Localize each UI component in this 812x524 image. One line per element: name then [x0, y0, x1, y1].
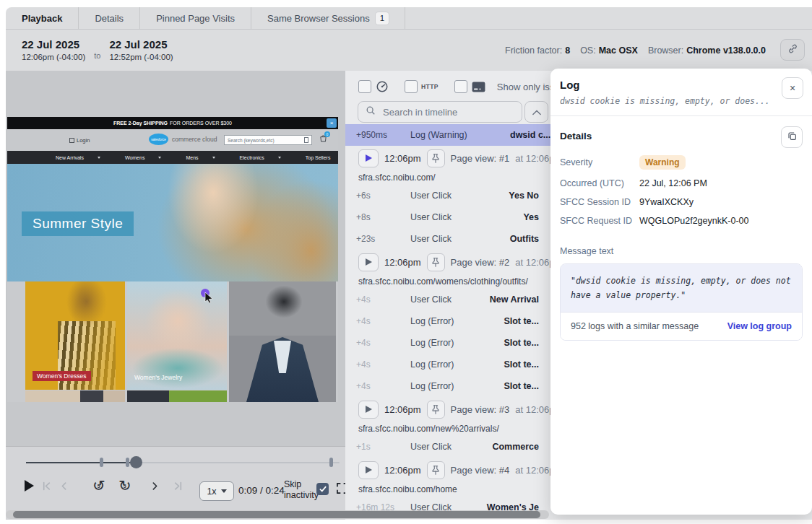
event-detail: Commerce [492, 442, 539, 452]
pageview-label: Page view: #1 [451, 153, 510, 164]
session-meta: Friction factor:8 OS:Mac OSX Browser:Chr… [505, 39, 805, 61]
play-from-here-button[interactable] [358, 253, 379, 271]
banner-close-icon: × [327, 118, 337, 128]
site-nav-top-sellers: Top Sellers [306, 155, 338, 160]
horizontal-scrollbar[interactable] [6, 510, 549, 519]
login-icon [69, 138, 74, 143]
event-marker[interactable] [329, 458, 333, 467]
site-promo-banner: FREE 2-Day SHIPPINGFOR ORDERS OVER $300 … [7, 117, 338, 129]
progress-bar[interactable] [26, 462, 340, 463]
play-from-here-button[interactable] [358, 149, 379, 167]
site-nav-new-arrivals: New Arrivals [56, 155, 113, 160]
rewind-5s-button[interactable]: ↺5 [92, 479, 105, 493]
view-log-group-link[interactable]: View log group [727, 321, 792, 331]
pin-page-button[interactable] [427, 461, 445, 479]
pageview-time: 12:06pm [384, 257, 421, 268]
close-panel-button[interactable]: × [782, 77, 803, 99]
timeline-event-row[interactable]: +4s Log (Error) Slot te... [345, 354, 550, 375]
tab-details[interactable]: Details [79, 7, 140, 29]
event-marker[interactable] [100, 458, 103, 467]
play-icon [25, 480, 34, 492]
timeline-event-row[interactable]: +4s Log (Error) Slot te... [345, 310, 550, 332]
playback-speed-select[interactable]: 1x [199, 481, 234, 501]
chevron-right-icon [150, 481, 160, 491]
event-time: +950ms [356, 130, 410, 140]
copy-details-button[interactable] [781, 126, 803, 148]
skip-to-end-button[interactable] [173, 481, 183, 491]
play-button[interactable] [25, 480, 34, 492]
next-event-button[interactable] [150, 481, 160, 491]
os-info: OS:Mac OSX [580, 43, 638, 56]
event-kind: Log (Error) [410, 359, 454, 370]
collapse-timeline-button[interactable] [524, 101, 548, 123]
pin-page-button[interactable] [427, 149, 445, 167]
scrollbar-thumb[interactable] [13, 511, 540, 518]
sfcc-request-id-value: WQGLOPu2f2geynkK-0-00 [639, 216, 803, 226]
log-panel-body: Details Severity Warning Occurred (UTC) … [550, 116, 812, 351]
event-kind: User Click [410, 442, 452, 452]
player-controls: ↺5 ↻5 1x 0:09 / 0:24 Skip inactivity [6, 446, 345, 520]
timeline-search[interactable] [358, 101, 522, 123]
tab-bar: Playback Details Pinned Page Visits Same… [6, 7, 812, 30]
timeline-event-row[interactable]: +23s User Click Outfits [345, 228, 550, 250]
copy-icon [787, 131, 798, 144]
event-time: +4s [356, 316, 410, 326]
replay-player: FREE 2-Day SHIPPINGFOR ORDERS OVER $300 … [6, 71, 345, 520]
event-marker[interactable] [126, 458, 129, 467]
replay-cursor [201, 289, 215, 303]
salesforce-cloud-icon: salesforce [149, 134, 168, 145]
event-time: +4s [356, 359, 410, 370]
progress-played [26, 462, 136, 463]
site-category-tiles: Women's Dresses Women's Jewelry [25, 281, 336, 402]
timeline-event-row[interactable]: +4s Log (Error) Slot te... [345, 375, 550, 397]
console-filter-checkbox[interactable] [454, 80, 467, 93]
timeline-event-row[interactable]: +4s Log (Error) Slot te... [345, 332, 550, 354]
check-icon [319, 486, 327, 492]
timeline-event-row[interactable]: +1s User Click Commerce [345, 436, 550, 458]
play-from-here-button[interactable] [358, 401, 379, 419]
message-text-label: Message text [560, 246, 803, 256]
tile-womens-dresses: Women's Dresses [25, 281, 125, 390]
skip-inactivity-checkbox[interactable] [316, 483, 329, 495]
chevron-down-icon [158, 157, 161, 159]
pageview-time: 12:06pm [384, 153, 421, 164]
skip-to-start-button[interactable] [42, 481, 51, 491]
event-detail: dwsid c... [510, 130, 550, 140]
previous-event-button[interactable] [59, 481, 69, 491]
timeline-event-row[interactable]: +4s User Click New Arrival [345, 289, 550, 310]
site-header: Login salesforce commerce cloud Search (… [7, 129, 338, 151]
skip-end-icon [173, 481, 183, 491]
log-panel-header: Log dwsid cookie is missing, empty, or d… [550, 69, 812, 116]
mouse-pointer-icon [204, 292, 214, 303]
http-filter-checkbox[interactable] [405, 80, 418, 93]
site-search-icon [304, 137, 308, 143]
event-detail: Outfits [510, 234, 539, 244]
timeline-event-row[interactable]: +6s User Click Yes No [345, 185, 550, 206]
copy-session-link-button[interactable] [780, 39, 805, 61]
event-detail: Yes [523, 212, 539, 222]
chevron-down-icon [98, 157, 100, 159]
chevron-down-icon [278, 157, 281, 159]
event-time: +6s [356, 191, 410, 201]
timeline-event-row[interactable]: +8s User Click Yes [345, 206, 550, 228]
tab-playback[interactable]: Playback [6, 7, 79, 29]
pin-page-button[interactable] [427, 253, 445, 271]
tab-pinned-page-visits[interactable]: Pinned Page Visits [140, 7, 251, 29]
pin-page-button[interactable] [427, 401, 445, 419]
play-from-here-button[interactable] [358, 461, 379, 479]
search-icon [366, 105, 376, 118]
tile-mens [229, 281, 336, 402]
chevron-down-icon [221, 489, 227, 493]
site-login-link: Login [69, 137, 90, 144]
timeline-search-input[interactable] [381, 106, 514, 118]
sfcc-session-id-value: 9YwaIXCKXy [639, 197, 803, 207]
forward-5s-button[interactable]: ↻5 [118, 479, 131, 493]
site-nav: New Arrivals Womens Mens Electronics Top… [7, 151, 338, 164]
replay-viewport: FREE 2-Day SHIPPINGFOR ORDERS OVER $300 … [7, 117, 338, 402]
tab-same-browser-sessions[interactable]: Same Browser Sessions 1 [251, 7, 405, 29]
performance-filter-checkbox[interactable] [358, 80, 371, 93]
playhead-handle[interactable] [130, 456, 142, 468]
log-panel-title: Log [560, 79, 802, 91]
site-nav-electronics: Electronics [240, 155, 293, 160]
cart-count-badge: 0 [324, 131, 330, 137]
